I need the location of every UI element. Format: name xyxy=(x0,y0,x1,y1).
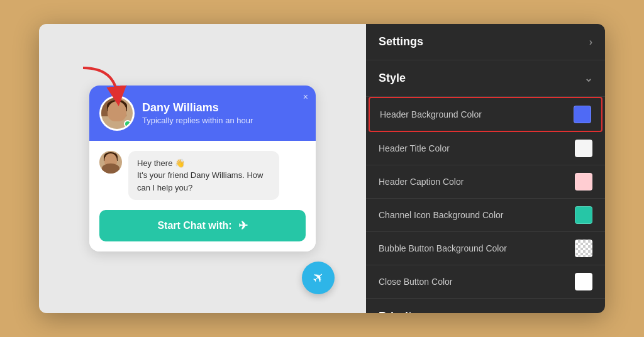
online-status-dot xyxy=(124,120,131,128)
message-line1: Hey there 👋 xyxy=(137,157,270,170)
telegram-fab-button[interactable]: ✈ xyxy=(302,262,335,294)
close-button-color-swatch[interactable] xyxy=(575,273,592,290)
message-bubble: Hey there 👋 It's your friend Dany Willia… xyxy=(128,151,279,201)
close-button-color-label: Close Button Color xyxy=(379,277,453,287)
agent-info: Dany Williams Typically replies within a… xyxy=(142,101,253,125)
style-section-header[interactable]: Style ⌄ xyxy=(366,60,605,97)
message-line2: It's your friend Dany Williams. How can … xyxy=(137,169,270,194)
header-bg-color-swatch[interactable] xyxy=(574,106,591,123)
settings-label: Settings xyxy=(379,35,423,48)
close-button-color-row[interactable]: Close Button Color xyxy=(366,265,605,299)
start-chat-label: Start Chat with: xyxy=(157,220,231,231)
header-title-color-swatch[interactable] xyxy=(575,140,592,157)
header-caption-color-row[interactable]: Header Caption Color xyxy=(366,165,605,199)
header-title-color-row[interactable]: Header Title Color xyxy=(366,132,605,165)
channel-icon-bg-color-swatch[interactable] xyxy=(575,206,592,224)
telegram-icon: ✈ xyxy=(309,268,328,287)
bubble-button-bg-color-swatch[interactable] xyxy=(575,240,592,257)
style-label: Style xyxy=(379,72,406,85)
right-panel-settings: Settings › Style ⌄ Header Background Col… xyxy=(366,24,605,313)
chat-message: Hey there 👋 It's your friend Dany Willia… xyxy=(99,151,306,201)
msg-avatar-body xyxy=(102,163,119,174)
agent-subtitle: Typically replies within an hour xyxy=(142,116,253,125)
priority-label: Priority xyxy=(379,310,418,313)
chat-body: Hey there 👋 It's your friend Dany Willia… xyxy=(89,141,316,252)
header-caption-color-label: Header Caption Color xyxy=(379,177,464,187)
bubble-button-bg-color-row[interactable]: Bubble Button Background Color xyxy=(366,232,605,265)
close-button[interactable]: × xyxy=(303,92,308,102)
channel-icon-bg-color-row[interactable]: Channel Icon Background Color xyxy=(366,199,605,232)
priority-section-header[interactable]: Priority › xyxy=(366,299,605,313)
priority-chevron-right-icon: › xyxy=(589,311,592,314)
header-title-color-label: Header Title Color xyxy=(379,143,450,153)
channel-icon-bg-color-label: Channel Icon Background Color xyxy=(379,210,503,220)
send-icon: ✈ xyxy=(238,219,248,233)
message-avatar xyxy=(99,151,122,174)
red-arrow xyxy=(77,62,127,114)
start-chat-button[interactable]: Start Chat with: ✈ xyxy=(99,210,306,241)
settings-section-header[interactable]: Settings › xyxy=(366,24,605,60)
header-caption-color-swatch[interactable] xyxy=(575,173,592,191)
left-panel-preview: Dany Williams Typically replies within a… xyxy=(39,24,366,313)
settings-chevron-right-icon: › xyxy=(589,36,592,48)
main-container: Dany Williams Typically replies within a… xyxy=(39,24,605,313)
agent-name: Dany Williams xyxy=(142,101,253,114)
bubble-button-bg-color-label: Bubble Button Background Color xyxy=(379,243,507,253)
style-chevron-down-icon: ⌄ xyxy=(584,72,592,84)
header-bg-color-row[interactable]: Header Background Color xyxy=(369,97,602,132)
header-bg-color-label: Header Background Color xyxy=(380,109,482,119)
